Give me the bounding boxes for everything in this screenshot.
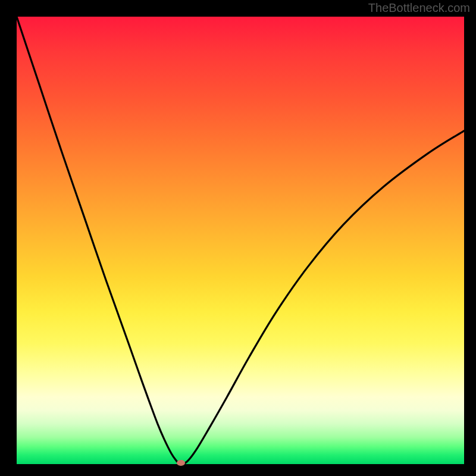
chart-curve xyxy=(17,17,464,464)
watermark-text: TheBottleneck.com xyxy=(368,1,470,15)
chart-plot-area xyxy=(17,17,464,464)
chart-curve-svg xyxy=(17,17,464,464)
chart-marker-dot xyxy=(177,460,185,466)
